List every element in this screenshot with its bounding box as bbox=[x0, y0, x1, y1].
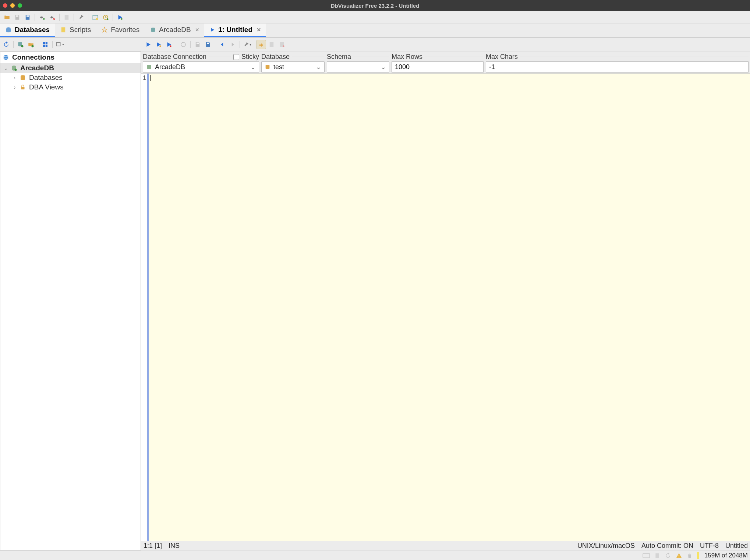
insert-mode: INS bbox=[169, 542, 180, 550]
svg-rect-32 bbox=[643, 553, 650, 558]
tree-node-arcadedb[interactable]: ⌄ ArcadeDB bbox=[0, 63, 141, 73]
tab-label: 1: Untitled bbox=[218, 26, 252, 34]
main-body: ▾ Connections ⌄ ArcadeDB › Databases › D… bbox=[0, 38, 750, 550]
database-label: Database bbox=[261, 53, 290, 61]
tab-label: ArcadeDB bbox=[159, 26, 191, 34]
left-tab-group: Databases Scripts Favorites bbox=[0, 24, 141, 37]
tab-bar: Databases Scripts Favorites ArcadeDB × 1… bbox=[0, 24, 750, 38]
new-connection-button[interactable] bbox=[16, 40, 25, 49]
stop-button bbox=[178, 40, 188, 49]
max-chars-label: Max Chars bbox=[486, 53, 518, 61]
history-button[interactable] bbox=[101, 13, 110, 22]
tab-databases[interactable]: Databases bbox=[0, 24, 55, 37]
open-folder-button[interactable] bbox=[2, 13, 12, 22]
svg-point-24 bbox=[181, 42, 185, 47]
editor-tab-untitled[interactable]: 1: Untitled × bbox=[204, 24, 266, 37]
max-rows-label: Max Rows bbox=[392, 53, 422, 61]
svg-point-19 bbox=[15, 69, 17, 71]
svg-point-29 bbox=[283, 45, 284, 47]
database-icon bbox=[5, 26, 12, 33]
collapse-all-button[interactable] bbox=[40, 40, 50, 49]
code-area[interactable] bbox=[149, 74, 750, 541]
database-select[interactable]: test ⌄ bbox=[261, 61, 325, 72]
connect-button[interactable] bbox=[37, 13, 47, 22]
database-icon bbox=[146, 64, 152, 70]
svg-rect-25 bbox=[197, 42, 199, 44]
filter-dropdown-button[interactable]: ▾ bbox=[55, 40, 64, 49]
close-tab-icon[interactable]: × bbox=[195, 26, 199, 34]
previous-button[interactable] bbox=[217, 40, 227, 49]
svg-rect-33 bbox=[655, 553, 659, 558]
trash-icon[interactable] bbox=[687, 552, 693, 559]
tree-header-label: Connections bbox=[12, 53, 54, 61]
chevron-down-icon: ⌄ bbox=[250, 63, 256, 71]
next-button[interactable] bbox=[228, 40, 237, 49]
svg-rect-26 bbox=[207, 42, 209, 44]
execute-current-button[interactable] bbox=[154, 40, 163, 49]
svg-point-13 bbox=[21, 45, 24, 47]
line-gutter: 1 bbox=[141, 74, 149, 541]
svg-point-9 bbox=[6, 27, 11, 29]
schedule-button[interactable] bbox=[91, 13, 100, 22]
db-connection-select[interactable]: ArcadeDB ⌄ bbox=[143, 61, 259, 72]
execute-button[interactable] bbox=[144, 40, 153, 49]
tab-favorites[interactable]: Favorites bbox=[96, 24, 145, 37]
database-icon bbox=[265, 64, 270, 70]
svg-rect-0 bbox=[16, 15, 18, 17]
window-title: DbVisualizer Free 23.2.2 - Untitled bbox=[331, 3, 420, 9]
tree-header: Connections bbox=[0, 52, 141, 63]
save-button[interactable] bbox=[193, 40, 202, 49]
save-button[interactable] bbox=[13, 13, 22, 22]
tree-node-databases[interactable]: › Databases bbox=[0, 73, 141, 82]
db-connection-value: ArcadeDB bbox=[155, 63, 185, 71]
close-window-button[interactable] bbox=[3, 3, 7, 8]
connection-tree[interactable]: Connections ⌄ ArcadeDB › Databases › DBA… bbox=[0, 52, 141, 550]
expand-icon[interactable]: › bbox=[13, 75, 17, 81]
star-icon bbox=[101, 26, 108, 33]
task-icon[interactable] bbox=[654, 552, 660, 559]
script-icon bbox=[60, 26, 67, 33]
database-connected-icon bbox=[11, 65, 17, 71]
collapse-icon[interactable]: ⌄ bbox=[4, 65, 8, 71]
refresh-icon[interactable] bbox=[665, 552, 671, 559]
sticky-checkbox[interactable] bbox=[233, 54, 239, 60]
svg-point-5 bbox=[96, 18, 98, 20]
memory-usage: 159M of 2048M bbox=[704, 552, 748, 559]
svg-point-2 bbox=[43, 18, 45, 20]
tree-node-dba-views[interactable]: › DBA Views bbox=[0, 82, 141, 92]
schema-select[interactable]: ⌄ bbox=[327, 61, 389, 72]
sticky-label: Sticky bbox=[241, 53, 259, 61]
tab-scripts[interactable]: Scripts bbox=[55, 24, 96, 37]
globe-icon bbox=[3, 54, 9, 61]
new-folder-button[interactable] bbox=[26, 40, 36, 49]
minimize-window-button[interactable] bbox=[10, 3, 15, 8]
expand-icon[interactable]: › bbox=[13, 84, 17, 90]
new-document-button[interactable] bbox=[62, 13, 71, 22]
save-as-button[interactable] bbox=[203, 40, 213, 49]
svg-point-8 bbox=[121, 18, 123, 20]
tree-node-label: Databases bbox=[29, 74, 63, 82]
sql-tools-button[interactable]: ▾ bbox=[242, 40, 252, 49]
tree-node-label: ArcadeDB bbox=[20, 64, 54, 72]
svg-point-16 bbox=[3, 55, 8, 60]
main-toolbar bbox=[0, 11, 750, 24]
disconnect-button[interactable] bbox=[47, 13, 57, 22]
auto-commit-toggle[interactable] bbox=[257, 40, 266, 49]
refresh-button[interactable] bbox=[1, 40, 11, 49]
max-rows-input[interactable] bbox=[392, 61, 484, 72]
svg-point-23 bbox=[170, 45, 171, 47]
run-script-button[interactable] bbox=[115, 13, 125, 22]
keyboard-icon[interactable] bbox=[643, 553, 650, 558]
save-as-button[interactable] bbox=[23, 13, 32, 22]
zoom-window-button[interactable] bbox=[18, 3, 22, 8]
db-connection-label: Database Connection bbox=[143, 53, 206, 61]
svg-rect-15 bbox=[56, 42, 60, 46]
close-tab-icon[interactable]: × bbox=[257, 26, 261, 34]
execute-stop-on-error-button[interactable] bbox=[164, 40, 174, 49]
max-chars-input[interactable] bbox=[486, 61, 749, 72]
tools-button[interactable] bbox=[76, 13, 86, 22]
editor-tab-arcadedb[interactable]: ArcadeDB × bbox=[145, 24, 204, 37]
editor-status-bar: 1:1 [1] INS UNIX/Linux/macOS Auto Commit… bbox=[141, 541, 750, 550]
tab-label: Scripts bbox=[70, 26, 91, 34]
warning-icon[interactable] bbox=[676, 552, 682, 559]
